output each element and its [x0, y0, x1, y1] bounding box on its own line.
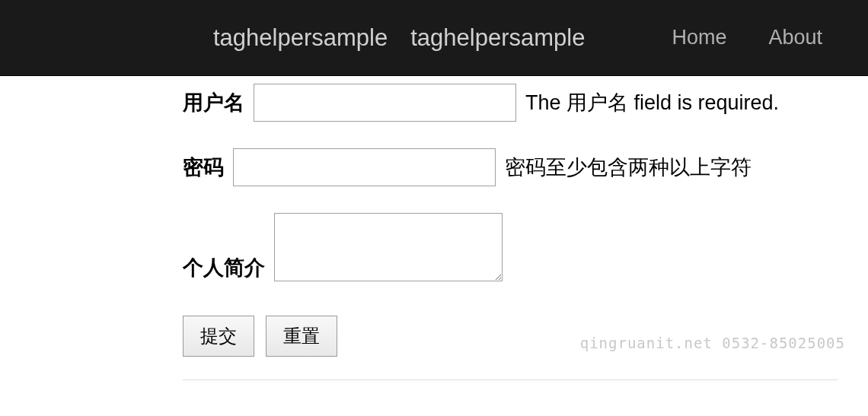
- brand-1[interactable]: taghelpersample: [213, 24, 388, 52]
- bio-textarea[interactable]: [274, 213, 503, 281]
- password-input[interactable]: [233, 148, 496, 186]
- divider: [183, 379, 838, 380]
- username-row: 用户名 The 用户名 field is required.: [183, 84, 868, 122]
- nav-links: Home About: [672, 26, 822, 49]
- password-label: 密码: [183, 154, 224, 181]
- bio-label: 个人简介: [183, 254, 265, 281]
- nav-link-home[interactable]: Home: [672, 26, 726, 49]
- password-validation: 密码至少包含两种以上字符: [505, 154, 752, 181]
- password-row: 密码 密码至少包含两种以上字符: [183, 148, 868, 186]
- watermark: qingruanit.net 0532-85025005: [580, 335, 845, 351]
- username-label: 用户名: [183, 89, 244, 116]
- nav-link-about[interactable]: About: [768, 26, 822, 49]
- submit-button[interactable]: 提交: [183, 316, 254, 357]
- username-input[interactable]: [254, 84, 516, 122]
- username-validation: The 用户名 field is required.: [525, 89, 779, 116]
- navbar-content: taghelpersample taghelpersample Home Abo…: [213, 24, 838, 52]
- brand-2[interactable]: taghelpersample: [410, 24, 585, 52]
- bio-row: 个人简介: [183, 213, 868, 281]
- navbar: taghelpersample taghelpersample Home Abo…: [0, 0, 868, 76]
- reset-button[interactable]: 重置: [266, 316, 337, 357]
